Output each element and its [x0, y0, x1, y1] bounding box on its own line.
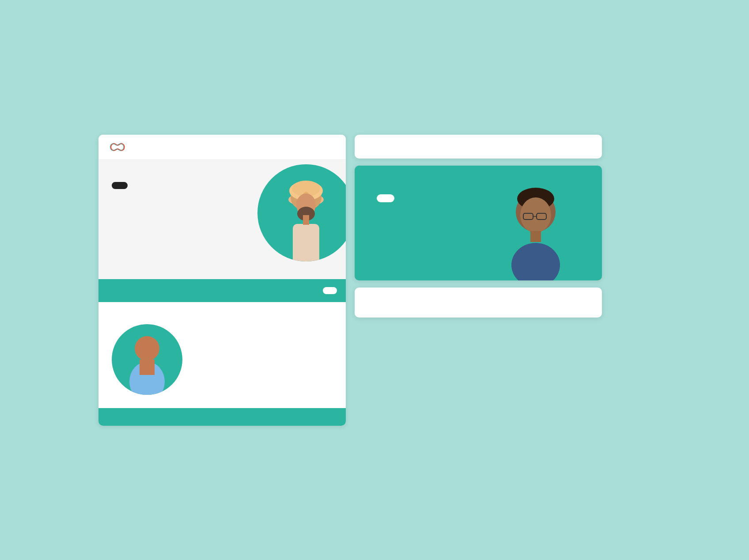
main-container	[98, 135, 651, 426]
svg-rect-7	[293, 224, 319, 261]
save-life-button[interactable]	[112, 182, 128, 189]
hero-person-image	[269, 173, 344, 261]
left-panel	[98, 135, 346, 426]
testimonials-panel	[355, 135, 602, 159]
donors-lower	[112, 324, 333, 395]
hero-panel-text	[377, 183, 492, 280]
bottom-banner	[98, 408, 346, 426]
svg-rect-8	[303, 215, 309, 225]
hero-section	[98, 160, 346, 279]
svg-rect-19	[530, 231, 541, 242]
hero-panel-right	[355, 166, 602, 280]
svg-point-9	[135, 336, 159, 361]
interested-button[interactable]	[323, 287, 337, 294]
svg-rect-11	[140, 359, 155, 375]
donor-image-circle	[112, 324, 182, 395]
cbs-logo-icon	[107, 141, 125, 153]
donors-section	[98, 302, 346, 408]
donor-person-image	[118, 329, 176, 395]
hero-panel-person	[492, 183, 580, 280]
hero-image-circle	[257, 164, 346, 261]
event-banner	[98, 279, 346, 302]
hero-panel-image	[492, 183, 580, 280]
hero-text	[112, 178, 244, 189]
right-panel	[355, 135, 602, 426]
site-header	[98, 135, 346, 160]
svg-point-18	[511, 243, 560, 280]
give-hope-button[interactable]	[377, 194, 394, 202]
instagram-panel	[355, 288, 602, 318]
